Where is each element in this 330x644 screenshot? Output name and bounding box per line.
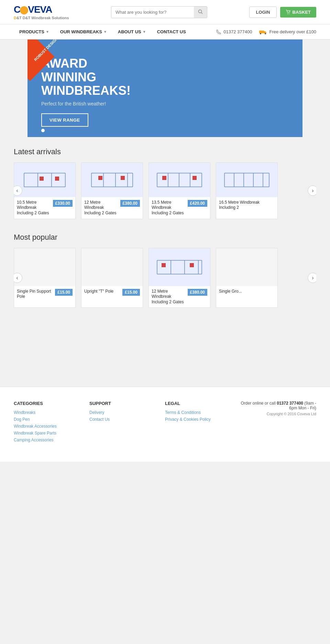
product-card[interactable]: Single Gro... xyxy=(216,248,278,308)
footer-legal: LEGAL Terms & Conditions Privacy & Cooki… xyxy=(165,401,241,444)
hero-cta-button[interactable]: VIEW RANGE xyxy=(41,113,88,127)
logo-text: CVEVA xyxy=(14,4,52,15)
footer-link-dog-pen[interactable]: Dog Pen xyxy=(14,417,89,422)
nav-right: 01372 377400 Free delivery over £100 xyxy=(216,29,316,35)
svg-rect-54 xyxy=(162,263,166,267)
product-name: 10.5 Metre Windbreak Including 2 Gates xyxy=(17,200,51,216)
product-info: Single Pin Support Pole £15.00 xyxy=(14,286,75,302)
footer-link-contact[interactable]: Contact Us xyxy=(89,417,165,422)
content-area: Latest arrivals ‹ xyxy=(0,137,330,387)
latest-arrivals-title: Latest arrivals xyxy=(14,147,316,156)
footer-link-windbreak-accessories[interactable]: Windbreak Accessories xyxy=(14,424,89,429)
svg-point-2 xyxy=(287,13,288,14)
product-info: Upright "T" Pole £15.00 xyxy=(81,286,143,298)
nav-item-windbreaks[interactable]: OUR WINDBREAKS ▼ xyxy=(55,24,112,39)
svg-rect-53 xyxy=(190,263,194,267)
footer-link-windbreak-spare-parts[interactable]: Windbreak Spare Parts xyxy=(14,431,89,436)
svg-rect-34 xyxy=(192,176,197,180)
logo-sun-icon xyxy=(21,7,28,14)
most-popular-track: Single Pin Support Pole £15.00 Upright "… xyxy=(14,248,316,308)
logo: CVEVA xyxy=(14,4,69,15)
footer-link-terms[interactable]: Terms & Conditions xyxy=(165,410,241,415)
product-card[interactable]: 12 Metre Windbreak Including 2 Gates £38… xyxy=(148,248,210,308)
svg-rect-25 xyxy=(98,176,102,180)
windbreak-diagram xyxy=(88,166,136,194)
footer-link-privacy[interactable]: Privacy & Cookies Policy xyxy=(165,417,241,422)
svg-rect-36 xyxy=(223,166,271,194)
search-input[interactable] xyxy=(111,7,194,18)
svg-rect-16 xyxy=(88,166,136,194)
hero-dot-1[interactable] xyxy=(41,129,45,132)
chevron-down-icon: ▼ xyxy=(46,30,49,34)
product-name: Single Pin Support Pole xyxy=(17,289,53,300)
product-info: 16.5 Metre Windbreak Including 2 xyxy=(216,197,277,213)
phone-icon xyxy=(216,29,221,35)
svg-point-3 xyxy=(289,13,289,14)
product-card[interactable]: Single Pin Support Pole £15.00 xyxy=(14,248,76,308)
windbreak-diagram xyxy=(155,166,204,194)
nav-delivery: Free delivery over £100 xyxy=(259,29,316,35)
product-price: £380.00 xyxy=(188,289,207,296)
product-info: 12 Metre Windbreak Including 2 Gates £38… xyxy=(81,197,143,219)
nav-item-contact[interactable]: CONTACT US xyxy=(152,24,191,39)
product-card[interactable]: 16.5 Metre Windbreak Including 2 xyxy=(216,162,278,219)
nav-phone: 01372 377400 xyxy=(216,29,252,35)
windbreak-diagram xyxy=(223,166,271,194)
product-price: £330.00 xyxy=(53,200,73,207)
header-actions: LOGIN BASKET xyxy=(249,7,316,18)
login-button[interactable]: LOGIN xyxy=(249,7,276,18)
footer-support-heading: SUPPORT xyxy=(89,401,165,406)
footer-order-text: Order online or call 01372 377400 (9am -… xyxy=(241,401,316,410)
basket-button[interactable]: BASKET xyxy=(280,7,316,18)
product-price: £380.00 xyxy=(120,200,140,207)
delivery-icon xyxy=(259,29,267,35)
logo-tagline: D&T D&T Windbreak Solutions xyxy=(14,16,69,20)
product-card[interactable]: Upright "T" Pole £15.00 xyxy=(81,248,143,308)
product-card[interactable]: 10.5 Metre Windbreak Including 2 Gates £… xyxy=(14,162,76,219)
svg-rect-4 xyxy=(259,31,264,33)
nav-item-products[interactable]: PRODUCTS ▼ xyxy=(14,24,55,39)
footer-top: CATEGORIES Windbreaks Dog Pen Windbreak … xyxy=(14,401,316,444)
svg-line-1 xyxy=(201,12,203,14)
product-card[interactable]: 12 Metre Windbreak Including 2 Gates £38… xyxy=(81,162,143,219)
footer-contact-info: Order online or call 01372 377400 (9am -… xyxy=(241,401,316,444)
nav-left: PRODUCTS ▼ OUR WINDBREAKS ▼ ABOUT US ▼ C… xyxy=(14,24,191,39)
hero-heading: AWARD WINNING WINDBREAKS! xyxy=(41,57,289,98)
search-bar xyxy=(111,6,207,18)
product-info: 10.5 Metre Windbreak Including 2 Gates £… xyxy=(14,197,75,219)
product-info: Single Gro... xyxy=(216,286,277,297)
product-name: 12 Metre Windbreak Including 2 Gates xyxy=(152,289,186,305)
footer-link-delivery[interactable]: Delivery xyxy=(89,410,165,415)
footer-support: SUPPORT Delivery Contact Us xyxy=(89,401,165,444)
product-image xyxy=(216,163,277,197)
chevron-down-icon: ▼ xyxy=(103,30,107,34)
svg-rect-7 xyxy=(21,166,69,194)
footer: CATEGORIES Windbreaks Dog Pen Windbreak … xyxy=(0,387,330,462)
footer-legal-heading: LEGAL xyxy=(165,401,241,406)
svg-rect-14 xyxy=(55,177,59,181)
product-image xyxy=(14,163,75,197)
footer-link-camping-accessories[interactable]: Camping Accessories xyxy=(14,438,89,442)
search-icon xyxy=(198,9,203,14)
footer-categories-heading: CATEGORIES xyxy=(14,401,89,406)
latest-arrivals-next-button[interactable]: › xyxy=(308,185,316,196)
most-popular-next-button[interactable]: › xyxy=(308,273,316,283)
hero-banner: ROBUST DESIGN AWARD WINNING WINDBREAKS! … xyxy=(28,39,302,137)
windbreak-diagram xyxy=(155,253,204,281)
svg-rect-15 xyxy=(40,177,44,181)
nav-item-about[interactable]: ABOUT US ▼ xyxy=(112,24,152,39)
svg-point-0 xyxy=(199,10,202,13)
windbreak-diagram xyxy=(21,166,69,194)
hero-dots xyxy=(41,129,45,132)
product-name: Upright "T" Pole xyxy=(84,289,120,294)
product-image xyxy=(14,248,75,286)
most-popular-title: Most popular xyxy=(14,233,316,242)
chevron-down-icon: ▼ xyxy=(143,30,146,34)
search-button[interactable] xyxy=(194,7,207,18)
footer-link-windbreaks[interactable]: Windbreaks xyxy=(14,410,89,415)
product-image xyxy=(149,248,210,286)
product-image xyxy=(81,248,143,286)
basket-icon xyxy=(286,10,290,14)
svg-point-6 xyxy=(265,33,266,34)
product-card[interactable]: 13.5 Metre Windbreak Including 2 Gates £… xyxy=(148,162,210,219)
